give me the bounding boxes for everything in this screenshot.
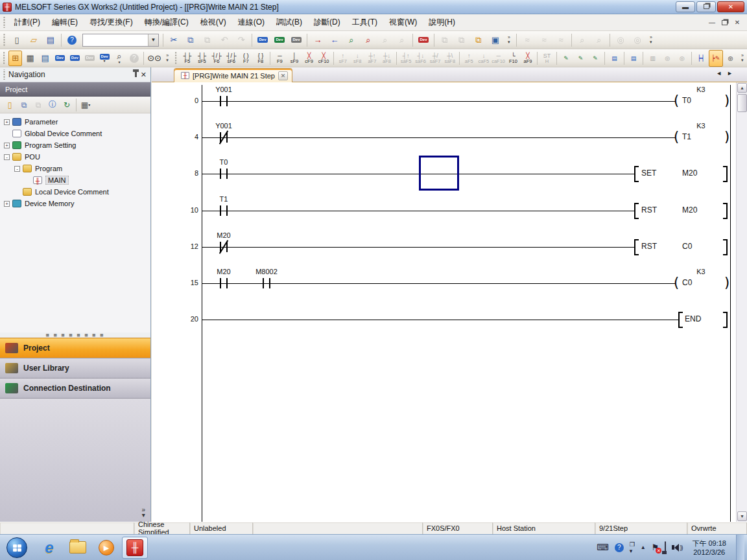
statement-batch-button[interactable]: ▤: [607, 50, 622, 67]
read-from-plc-icon[interactable]: ←: [327, 32, 342, 48]
pulse-result-button[interactable]: ↓caF5: [477, 50, 492, 67]
tab-close-icon[interactable]: ✕: [278, 71, 288, 80]
read-mode-button[interactable]: ┝┥: [694, 50, 709, 67]
device-find-icon-dropdown-icon[interactable]: ▾: [118, 61, 120, 64]
redo-icon[interactable]: ↷: [233, 32, 249, 48]
delete-horizontal-button[interactable]: ╳cF9: [302, 50, 316, 67]
device-batch-icon[interactable]: Dev▾: [98, 51, 112, 66]
coil-note-edit-button[interactable]: ✎: [588, 50, 603, 67]
pulse-branch-button[interactable]: ┼↑aF7: [365, 50, 380, 67]
windows-explorer-icon[interactable]: [65, 537, 91, 559]
taskbar-clock[interactable]: 下午 09:18 2012/3/26: [688, 539, 730, 557]
menu-item-0[interactable]: 計劃(P): [8, 14, 46, 30]
menu-item-10[interactable]: 說明(H): [423, 14, 461, 30]
property-icon[interactable]: ⓘ: [45, 98, 60, 112]
device-comment-window-icon[interactable]: Dev: [53, 51, 67, 66]
toolbar-overflow-icon[interactable]: »▾: [505, 35, 513, 45]
statement-display-icon[interactable]: ⧉: [454, 32, 469, 48]
close-branch-button[interactable]: ┤/├sF6: [224, 50, 239, 67]
delete-line-button[interactable]: ╳aF9: [521, 50, 536, 67]
pulse-open-button[interactable]: ┤↑saF5: [399, 50, 414, 67]
device-monitor-icon[interactable]: Dev: [272, 32, 287, 48]
watch-stop-icon[interactable]: ⌕: [591, 32, 607, 48]
menu-item-4[interactable]: 檢視(V): [195, 14, 232, 30]
window-select-combo[interactable]: ▼: [82, 34, 159, 47]
internet-explorer-icon[interactable]: e: [36, 537, 62, 559]
navigation-window-icon[interactable]: ⊞: [8, 51, 22, 66]
new-data-icon[interactable]: ▯: [3, 98, 17, 112]
menu-item-3[interactable]: 轉換/編譯(C): [139, 14, 195, 30]
monitor-window-icon[interactable]: ▣: [488, 32, 503, 48]
pulse-fall-contact-button[interactable]: ↓sF8: [350, 50, 365, 67]
device-batch-icon-dropdown-icon[interactable]: ▾: [104, 60, 106, 63]
pin-icon[interactable]: [135, 72, 137, 77]
coil-button[interactable]: ( )F7: [239, 50, 254, 67]
tree-item-program-setting[interactable]: +Program Setting: [0, 139, 150, 151]
scrollbar-thumb[interactable]: [737, 94, 747, 112]
device-comment-icon[interactable]: Dev: [255, 32, 270, 48]
show-desktop-button[interactable]: [736, 535, 744, 560]
edit-cursor[interactable]: [419, 156, 459, 191]
language-bar-icon[interactable]: ❒▾: [630, 541, 635, 554]
start-monitor-icon[interactable]: ⌕: [344, 32, 359, 48]
pulse-result-fall-button[interactable]: ─caF10: [491, 50, 506, 67]
tree-item-local-device-comment[interactable]: Local Device Comment: [0, 186, 150, 198]
open-contact-button[interactable]: ┤├F5: [180, 50, 195, 67]
action-center-flag-icon[interactable]: ⚑✕: [652, 542, 659, 552]
undo-icon[interactable]: ↶: [217, 32, 232, 48]
comment-display-icon[interactable]: ⧉: [437, 32, 453, 48]
application-instruction-button[interactable]: { }F8: [254, 50, 268, 67]
device-reference-icon[interactable]: Dev: [68, 51, 82, 66]
paste-data-icon[interactable]: ⧉: [31, 98, 45, 112]
tab-scroll-right-icon[interactable]: ►: [727, 70, 733, 76]
device-display-icon[interactable]: Dev: [416, 32, 431, 48]
invert-result-button[interactable]: ↑aF5: [462, 50, 477, 67]
menu-item-7[interactable]: 診斷(D): [308, 14, 346, 30]
verify-result-icon[interactable]: ◎: [630, 32, 645, 48]
menu-item-9[interactable]: 視窗(W): [383, 14, 423, 30]
combo-dropdown-icon[interactable]: ▼: [148, 34, 158, 46]
note-batch-button[interactable]: ▤: [626, 50, 641, 67]
function-block-selection-icon[interactable]: ▦: [23, 51, 37, 66]
paste-icon[interactable]: ⧉: [200, 32, 215, 48]
document-2-button[interactable]: ◎: [660, 50, 675, 67]
write-mode-button[interactable]: ┝✎: [709, 50, 724, 67]
pulse-close-branch-button[interactable]: ┼\saF8: [443, 50, 458, 67]
ladder-canvas[interactable]: 0Y001K3(T0)4Y001K3(T1)8T0SETM2010T1RSTM2…: [152, 82, 736, 522]
find-binoculars-icon[interactable]: ⊙⊙: [147, 51, 162, 66]
menu-item-8[interactable]: 工具(T): [346, 14, 383, 30]
pulse-open-branch-button[interactable]: ┼/saF7: [428, 50, 443, 67]
scroll-down-icon[interactable]: ▼: [737, 511, 747, 521]
help-icon[interactable]: ?: [64, 32, 80, 48]
tree-item-parameter[interactable]: +Parameter: [0, 116, 150, 128]
keyboard-icon[interactable]: ⌨: [597, 542, 609, 552]
context-help-icon[interactable]: ?: [127, 51, 141, 66]
gx-works2-taskbar-button[interactable]: ╫: [122, 537, 148, 559]
new-project-icon[interactable]: ▯: [9, 32, 25, 48]
menu-item-2[interactable]: 尋找/更換(F): [84, 14, 139, 30]
inline-statement-edit-button[interactable]: ✎: [559, 50, 574, 67]
navigation-close-icon[interactable]: ✕: [141, 71, 147, 78]
minimize-button[interactable]: ▬: [676, 1, 695, 12]
stop-monitor-icon[interactable]: ⌕: [361, 32, 376, 48]
toolbar-overflow-icon[interactable]: »▾: [647, 35, 655, 45]
expand-icon[interactable]: +: [4, 201, 10, 207]
delete-vertical-button[interactable]: ╳cF10: [316, 50, 331, 67]
restore-button[interactable]: [696, 1, 716, 12]
refresh-icon[interactable]: ↻: [60, 98, 74, 112]
sth-button[interactable]: STH: [540, 50, 554, 67]
collapse-icon[interactable]: -: [14, 166, 20, 172]
nav-view-button-user-library[interactable]: User Library: [0, 358, 150, 378]
note-display-icon[interactable]: ⧉: [471, 32, 486, 48]
document-3-button[interactable]: ◎: [674, 50, 689, 67]
resume-monitor-icon[interactable]: ⌕: [394, 32, 410, 48]
menu-item-6[interactable]: 調試(B): [270, 14, 308, 30]
close-button[interactable]: ✕: [717, 1, 744, 12]
copy-data-icon[interactable]: ⧉: [17, 98, 31, 112]
media-player-icon[interactable]: ▶: [93, 537, 119, 559]
trace-stop-icon[interactable]: ≈: [553, 32, 569, 48]
tree-item-main[interactable]: ╫MAIN: [0, 174, 150, 186]
scroll-up-icon[interactable]: ▲: [737, 83, 747, 93]
mdi-restore-button[interactable]: [722, 20, 728, 25]
volume-icon[interactable]: )): [672, 544, 682, 552]
